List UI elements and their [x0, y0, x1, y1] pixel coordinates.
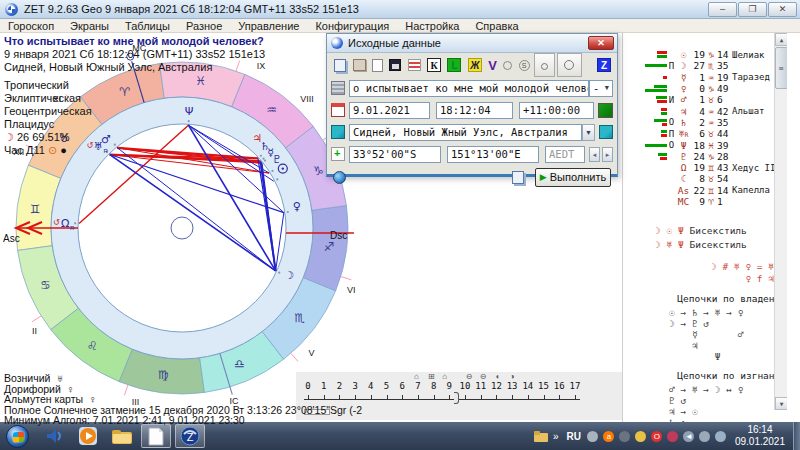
notepad-icon[interactable] — [141, 424, 171, 448]
network-icon[interactable] — [715, 431, 726, 442]
place-dropdown-button[interactable]: ▼ — [582, 124, 595, 141]
menu-конфигурация[interactable]: Конфигурация — [307, 19, 397, 33]
dsc-label: Dsc — [330, 230, 347, 241]
aspect-config-row: ☽ ☉ ΨБисекстиль — [623, 223, 787, 237]
planet-row: О♄2♒35 — [623, 117, 787, 128]
next-button[interactable]: ▸ — [602, 147, 613, 162]
zet-window-button[interactable]: Z — [597, 58, 611, 72]
large-circle-button[interactable] — [564, 60, 574, 70]
sign-glyph: ♎ — [234, 357, 245, 371]
new-document-icon[interactable] — [372, 59, 383, 72]
media-player-icon[interactable] — [73, 424, 103, 448]
check-button[interactable]: V — [488, 58, 497, 73]
menu-справка[interactable]: Справка — [467, 19, 526, 33]
menu-настройка[interactable]: Настройка — [397, 19, 467, 33]
tray-folder-icon[interactable] — [533, 430, 549, 443]
start-button[interactable] — [6, 425, 29, 448]
date-input[interactable]: 9.01.2021 — [349, 102, 430, 119]
language-indicator[interactable]: RU — [566, 431, 580, 442]
coordinates-icon[interactable] — [331, 147, 345, 161]
planet-row: ОΨ18♓39 — [623, 139, 787, 150]
k-chart-button[interactable]: К — [427, 58, 441, 72]
paste-icon[interactable] — [353, 59, 366, 71]
copy-data-icon[interactable] — [512, 171, 524, 184]
calendar-icon[interactable] — [331, 103, 345, 117]
menu-разное[interactable]: Разное — [178, 19, 230, 33]
place-icon[interactable] — [331, 125, 345, 139]
time-input[interactable]: 18:12:04 — [436, 102, 513, 119]
menu-таблицы[interactable]: Таблицы — [117, 19, 178, 33]
menu-управление[interactable]: Управление — [230, 19, 307, 33]
table-icon[interactable] — [408, 59, 421, 71]
prev-button[interactable]: ◂ — [589, 147, 600, 162]
zet-taskbar-icon[interactable]: Z — [175, 424, 205, 448]
dialog-titlebar[interactable]: Исходные данные ✕ — [327, 34, 617, 53]
small-circle-button[interactable] — [541, 63, 548, 70]
explorer-icon[interactable] — [107, 424, 137, 448]
timeline-marker-icon: ◐ — [496, 372, 501, 381]
question-input[interactable]: о испытывает ко мне мой молодой человек? — [349, 80, 589, 97]
dignity-bar — [645, 144, 667, 147]
clock-date: 09.01.2021 — [735, 436, 785, 448]
power-icon[interactable] — [699, 431, 710, 442]
tray-overflow-chevron[interactable]: » — [553, 431, 559, 442]
run-button[interactable]: ▶ Выполнить — [535, 168, 611, 187]
svg-text:Z: Z — [187, 431, 194, 443]
copy-icon[interactable] — [334, 59, 346, 72]
globe-icon[interactable] — [333, 171, 346, 184]
sun-icon: ⊙ — [48, 144, 57, 156]
opera-icon[interactable]: O — [651, 431, 662, 442]
timeline-hour-label: 17 — [569, 381, 580, 391]
show-desktop-button[interactable] — [793, 422, 800, 450]
zodiac-type: Тропический — [4, 79, 265, 92]
atlas-button[interactable] — [599, 125, 613, 139]
volume-icon[interactable]: ◄ — [683, 431, 694, 442]
panel-scrollbar[interactable]: ▲ ▼ — [774, 33, 787, 410]
timeline-marker-icon: ⊖ — [466, 372, 473, 381]
dot-icon: ● — [60, 144, 67, 156]
close-button[interactable]: ✕ — [768, 2, 797, 17]
tray-gray-icon[interactable] — [619, 431, 630, 442]
aspect-config-row: ☽ ♅ ΨБисекстиль — [623, 237, 787, 251]
aspect-note-row: ☽ # ♅ ♀ = ♅ — [623, 261, 787, 273]
tz-abbrev-field: AEDT — [545, 146, 585, 163]
planet-moon: ☽ — [284, 269, 294, 282]
minimize-button[interactable]: – — [708, 2, 737, 17]
swirl-icon[interactable] — [667, 431, 678, 442]
scroll-down-button[interactable]: ▼ — [775, 397, 787, 410]
house-label-II: II — [32, 326, 37, 336]
cloud-icon[interactable] — [635, 431, 646, 442]
tray-app-icon[interactable] — [587, 431, 598, 442]
menu-экраны[interactable]: Экраны — [62, 19, 117, 33]
edit-question-icon[interactable] — [331, 81, 345, 95]
color-swatch[interactable] — [598, 103, 613, 118]
scroll-up-button[interactable]: ▲ — [775, 33, 787, 46]
longitude-input[interactable]: 151°13'00"E — [447, 146, 539, 163]
sign-glyph: ♑ — [313, 164, 324, 178]
scroll-thumb[interactable] — [775, 47, 787, 89]
dignity-bar — [645, 89, 667, 92]
menu-гороскоп[interactable]: Гороскоп — [0, 19, 62, 33]
zh-chart-button[interactable]: Ж — [468, 58, 482, 72]
timeline-hour-label: 15 — [538, 381, 549, 391]
chart-datetime: 9 января 2021 Сб 18:12:04 (GMT+11) 33s52… — [4, 48, 265, 61]
sign-glyph: ♊ — [30, 202, 41, 216]
avast-icon[interactable]: a — [603, 431, 614, 442]
place-input[interactable]: Сидней, Новый Жный Уэлс, Австралия — [349, 124, 582, 141]
circle-icon[interactable] — [503, 61, 512, 70]
question-type-select[interactable]: -▼ — [589, 80, 613, 97]
timezone-input[interactable]: +11:00:00 — [519, 102, 594, 119]
planet-row: As22♊14Капелла — [623, 185, 787, 196]
l-chart-button[interactable]: L — [447, 58, 461, 72]
restore-button[interactable]: ❐ — [738, 2, 767, 17]
taskbar-clock[interactable]: 16:14 09.01.2021 — [735, 424, 785, 448]
s-circle-icon[interactable]: Ѕ — [519, 60, 530, 71]
latitude-input[interactable]: 33°52'00"S — [349, 146, 441, 163]
timeline-thumb[interactable] — [454, 392, 459, 404]
dialog-close-button[interactable]: ✕ — [588, 36, 614, 50]
volume-app-icon[interactable] — [39, 424, 69, 448]
save-icon[interactable] — [389, 59, 401, 71]
window-title: ZET 9.2.63 Geo 9 января 2021 Сб 18:12:04… — [24, 3, 359, 15]
sign-glyph: ♐ — [323, 240, 334, 254]
coords-type: Эклиптическая — [4, 92, 265, 105]
